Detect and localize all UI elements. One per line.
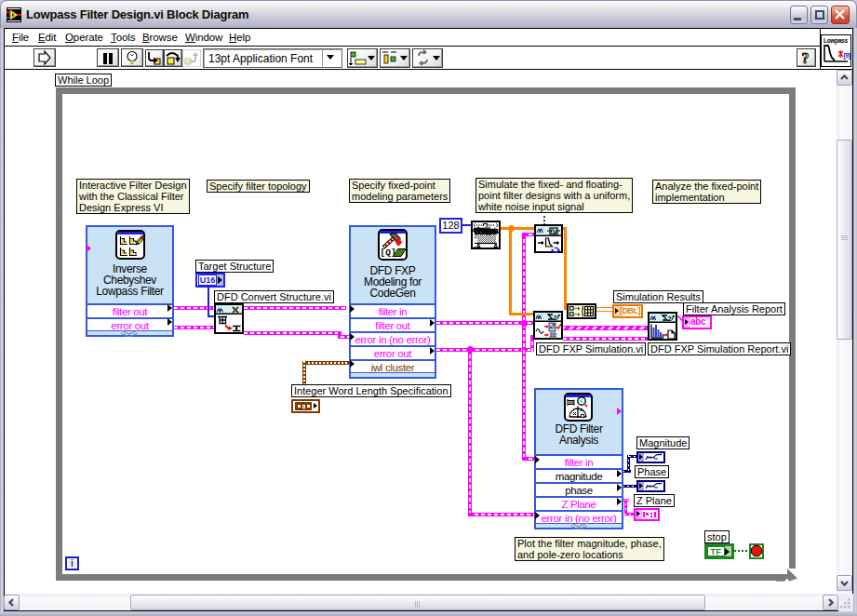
svg-text:1: 1 xyxy=(474,233,477,239)
svg-text:2: 2 xyxy=(554,314,557,322)
svg-text:2: 2 xyxy=(668,315,672,323)
svg-text:?: ? xyxy=(802,50,810,66)
svg-text:Lowpass: Lowpass xyxy=(824,37,848,45)
svg-text:[9]: [9] xyxy=(844,52,850,60)
svg-text:A: A xyxy=(493,242,499,250)
svg-text:-A: -A xyxy=(474,242,481,250)
